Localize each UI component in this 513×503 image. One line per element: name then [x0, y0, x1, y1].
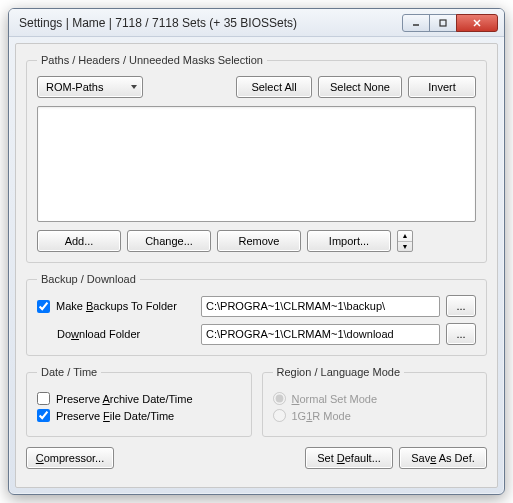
chevron-down-icon [130, 81, 138, 93]
settings-window: Settings | Mame | 7118 / 7118 Sets (+ 35… [8, 8, 505, 495]
paths-legend: Paths / Headers / Unneeded Masks Selecti… [37, 54, 267, 66]
client-area: Paths / Headers / Unneeded Masks Selecti… [15, 43, 498, 488]
download-path-field[interactable]: C:\PROGRA~1\CLRMAM~1\download [201, 324, 440, 345]
invert-button[interactable]: Invert [408, 76, 476, 98]
maximize-button[interactable] [429, 14, 457, 32]
make-backups-checkbox[interactable]: Make Backups To Folder [37, 300, 195, 313]
g1r-mode-radio: 1G1R Mode [273, 409, 477, 422]
preserve-file-checkbox[interactable]: Preserve File Date/Time [37, 409, 241, 422]
backup-path-field[interactable]: C:\PROGRA~1\CLRMAM~1\backup\ [201, 296, 440, 317]
compressor-button[interactable]: Compressor... [26, 447, 114, 469]
paths-type-dropdown[interactable]: ROM-Paths [37, 76, 143, 98]
normal-mode-input [273, 392, 286, 405]
backup-group: Backup / Download Make Backups To Folder… [26, 273, 487, 356]
browse-download-button[interactable]: ... [446, 323, 476, 345]
footer-row: Compressor... Set Default... Save As Def… [26, 447, 487, 469]
make-backups-label: Make Backups To Folder [56, 300, 177, 312]
spin-up-icon[interactable]: ▲ [398, 231, 412, 242]
preserve-archive-checkbox[interactable]: Preserve Archive Date/Time [37, 392, 241, 405]
add-button[interactable]: Add... [37, 230, 121, 252]
region-group: Region / Language Mode Normal Set Mode 1… [262, 366, 488, 437]
preserve-archive-input[interactable] [37, 392, 50, 405]
spin-down-icon[interactable]: ▼ [398, 242, 412, 252]
import-button[interactable]: Import... [307, 230, 391, 252]
preserve-archive-label: Preserve Archive Date/Time [56, 393, 193, 405]
make-backups-input[interactable] [37, 300, 50, 313]
close-button[interactable] [456, 14, 498, 32]
region-legend: Region / Language Mode [273, 366, 405, 378]
preserve-file-label: Preserve File Date/Time [56, 410, 174, 422]
download-folder-label: Download Folder [37, 328, 195, 340]
order-spinner[interactable]: ▲ ▼ [397, 230, 413, 252]
save-as-default-button[interactable]: Save As Def. [399, 447, 487, 469]
datetime-group: Date / Time Preserve Archive Date/Time P… [26, 366, 252, 437]
normal-mode-label: Normal Set Mode [292, 393, 378, 405]
browse-backup-button[interactable]: ... [446, 295, 476, 317]
svg-rect-1 [440, 20, 446, 26]
datetime-legend: Date / Time [37, 366, 101, 378]
window-control-group [403, 14, 498, 32]
backup-legend: Backup / Download [37, 273, 140, 285]
normal-mode-radio: Normal Set Mode [273, 392, 477, 405]
minimize-button[interactable] [402, 14, 430, 32]
paths-group: Paths / Headers / Unneeded Masks Selecti… [26, 54, 487, 263]
dropdown-value: ROM-Paths [46, 81, 103, 93]
g1r-mode-label: 1G1R Mode [292, 410, 351, 422]
change-button[interactable]: Change... [127, 230, 211, 252]
set-default-button[interactable]: Set Default... [305, 447, 393, 469]
select-all-button[interactable]: Select All [236, 76, 312, 98]
remove-button[interactable]: Remove [217, 230, 301, 252]
preserve-file-input[interactable] [37, 409, 50, 422]
title-bar[interactable]: Settings | Mame | 7118 / 7118 Sets (+ 35… [9, 9, 504, 37]
g1r-mode-input [273, 409, 286, 422]
select-none-button[interactable]: Select None [318, 76, 402, 98]
paths-listbox[interactable] [37, 106, 476, 222]
window-title: Settings | Mame | 7118 / 7118 Sets (+ 35… [19, 16, 403, 30]
